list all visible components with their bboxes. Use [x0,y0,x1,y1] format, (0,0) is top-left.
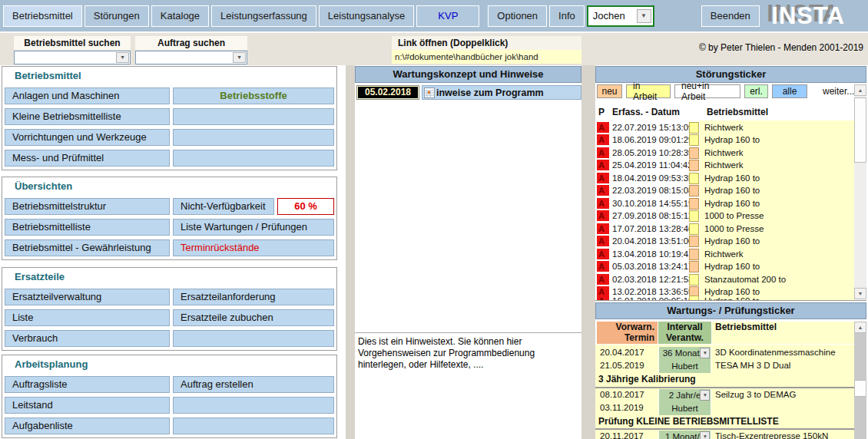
list-item[interactable]: A20.04.2018 13:51:00Hydrap 160 to [597,236,855,248]
tab-kvp[interactable]: KVP [416,5,479,27]
scrollbar-thumb[interactable] [854,380,866,397]
nicht-verfuegbarkeit-button[interactable]: Nicht-Verfügbarkeit [173,198,274,215]
verbrauch-button[interactable]: Verbrauch [5,330,170,347]
list-item[interactable]: A27.09.2018 08:15:121000 to Presse [597,210,855,223]
list-item[interactable]: A22.07.2019 15:13:09Richtwerk [597,122,855,134]
link-open-label: Link öffnen (Doppelklick) [392,36,581,50]
mess-und-pruefmittel-button[interactable]: Mess- und Prüfmittel [5,150,170,167]
section-ersatzteile: Ersatzteile Ersatzteilverwaltung Ersatzt… [2,267,337,351]
list-item[interactable]: A02.03.2018 12:21:53Stanzautomat 200 to [597,274,855,286]
scrollbar-thumb[interactable] [854,97,866,163]
auftrag-search-input[interactable] [135,51,247,64]
list-item[interactable]: 08.10.2017 2 Jahr/e Seilzug 3 to DEMAG [595,389,855,402]
hinweise-zum-programm-button[interactable]: inweise zum Programm [422,85,581,100]
list-item[interactable]: 03.11.2019 Hubert Schneid [595,402,855,415]
verantwortlich-cell: Hubert Schneid [658,402,711,415]
tab-betriebsmittel[interactable]: Betriebsmittel [3,5,82,27]
auftrag-erstellen-button[interactable]: Auftrag erstellen [173,376,334,393]
priority-badge: A [597,185,609,196]
betriebsmittelliste-button[interactable]: Betriebsmittelliste [5,219,170,236]
betriebsmittel-name: 3D Koordinatenmessmaschine [715,348,836,357]
liste-button[interactable]: Liste [5,309,170,326]
user-select[interactable]: Jochen [587,5,654,27]
chevron-down-icon[interactable] [637,9,651,23]
status-swatch [689,210,699,222]
list-item[interactable]: A28.05.2019 10:28:39Richtwerk [597,147,855,160]
filter-alle-button[interactable]: alle [772,84,807,98]
filter-neu-in-arbeit-button[interactable]: neu+in Arbeit [674,84,740,98]
section-title: Arbeitsplanung [2,356,336,372]
auftragsliste-button[interactable]: Auftragsliste [5,376,170,393]
intervall-cell: 2 Jahr/e [658,389,711,402]
erfass-datum: 05.03.2018 13:24:17 [612,261,694,272]
anlagen-und-maschinen-button[interactable]: Anlagen und Maschinen [5,87,170,104]
filter-in-arbeit-button[interactable]: in Arbeit [626,84,671,98]
section-betriebsmittel: Betriebsmittel Anlagen und Maschinen Bet… [2,66,337,170]
date-input[interactable]: 05.02.2018 [356,85,419,100]
list-item[interactable]: A18.06.2019 09:01:29Hydrap 160 to [597,134,855,147]
status-swatch [689,223,699,235]
vorwarn-datum: 20.11.2017 [600,431,644,439]
chevron-down-icon[interactable] [700,431,710,439]
list-item[interactable]: A22.03.2019 08:15:08Hydrap 160 to [597,185,855,197]
list-item[interactable]: A30.10.2018 14:55:19Hydrap 160 to [597,198,855,210]
list-item[interactable]: A05.03.2018 13:24:17Hydrap 160 to [597,261,855,273]
scroll-up-icon[interactable] [854,84,866,96]
aufgabenliste-button[interactable]: Aufgabenliste [5,418,170,434]
betriebsmittelstruktur-button[interactable]: Betriebsmittelstruktur [5,198,170,215]
ersatzteile-zubuchen-button[interactable]: Ersatzteile zubuchen [173,309,334,326]
list-item[interactable]: A25.04.2019 11:04:42Richtwerk [597,160,855,172]
beenden-button[interactable]: Beenden [701,5,760,27]
vorrichtungen-und-werkzeuge-button[interactable]: Vorrichtungen und Werkzeuge [5,129,170,146]
leitstand-button[interactable]: Leitstand [5,397,170,414]
betriebsmittel-gewaehrleistung-button[interactable]: Betriebsmittel - Gewährleistung [5,239,170,256]
betriebsmittel-name: TESA MH 3 D Dual [715,361,790,370]
vorwarn-datum: 20.04.2017 [600,348,644,357]
filter-neu-button[interactable]: neu [597,84,622,98]
pruefungsticker-scrollbar[interactable] [854,322,866,439]
filter-erledigt-button[interactable]: erl. [744,84,768,98]
betriebsmittel-name: 1000 to Presse [704,210,764,222]
stoerungsticker-scrollbar[interactable] [854,84,866,299]
status-swatch [689,249,699,260]
list-item[interactable]: 20.11.2017 1 Monat/e Tisch-Exzentrepress… [595,431,855,439]
list-item[interactable]: 21.05.2019 Hubert Schneid TESA MH 3 D Du… [595,360,855,373]
scroll-down-icon[interactable] [854,288,866,299]
list-item[interactable]: A13.04.2018 10:19:41Richtwerk [597,249,855,261]
section-uebersichten: Übersichten Betriebsmittelstruktur Nicht… [2,177,337,260]
kleine-betriebsmittelliste-button[interactable]: Kleine Betriebsmittelliste [5,108,170,125]
section-arbeitsplanung: Arbeitsplanung Auftragsliste Auftrag ers… [2,355,337,438]
chevron-down-icon[interactable] [700,348,710,358]
chevron-down-icon[interactable] [700,390,710,401]
tab-leistungserfassung[interactable]: Leistungserfassung [211,5,316,27]
status-swatch [689,261,699,272]
betriebsmittel-name: Richtwerk [704,249,743,260]
tab-kataloge[interactable]: Kataloge [151,5,209,27]
tab-leistungsanalyse[interactable]: Leistungsanalyse [319,5,414,27]
chevron-down-icon[interactable] [116,52,129,63]
list-item[interactable]: 20.04.2017 36 Monat/e 3D Koordinatenmess… [595,347,855,360]
massnahme-note: Prüfung KLEINE BETRIEBSMITTELLISTE [595,415,855,428]
link-path[interactable]: n:\#dokumente\handbücher jok\hand [392,50,581,64]
chevron-down-icon[interactable] [233,52,246,63]
ersatzteilverwaltung-button[interactable]: Ersatzteilverwaltung [5,289,170,305]
header-line: Betriebsmittel [715,322,852,333]
list-item[interactable]: A17.07.2018 13:28:461000 to Presse [597,223,855,236]
betriebsmittel-search-input[interactable] [14,51,131,64]
terminrueckstaende-button[interactable]: Terminrückstände [173,239,334,256]
optionen-button[interactable]: Optionen [488,5,547,27]
status-swatch [689,134,699,146]
scroll-up-icon[interactable] [854,322,866,333]
priority-badge: A [597,173,609,183]
liste-wartungen-pruefungen-button[interactable]: Liste Wartungen / Prüfungen [173,219,334,236]
betriebsmittel-search-label: Betriebsmittel suchen [14,36,131,51]
list-item[interactable]: A18.04.2019 09:53:35Hydrap 160 to [597,173,855,185]
header-line: Verantw. [661,333,708,344]
tab-stoerungen[interactable]: Störungen [84,5,149,27]
info-button[interactable]: Info [549,5,585,27]
divider [595,428,855,430]
column-header-betriebsmittel: Betriebsmittel [712,322,855,344]
betriebsstoffe-button[interactable]: Betriebsstoffe [173,87,334,104]
ersatzteilanforderung-button[interactable]: Ersatzteilanforderung [173,289,334,305]
betriebsmittel-name: Hydrap 160 to [704,134,760,146]
